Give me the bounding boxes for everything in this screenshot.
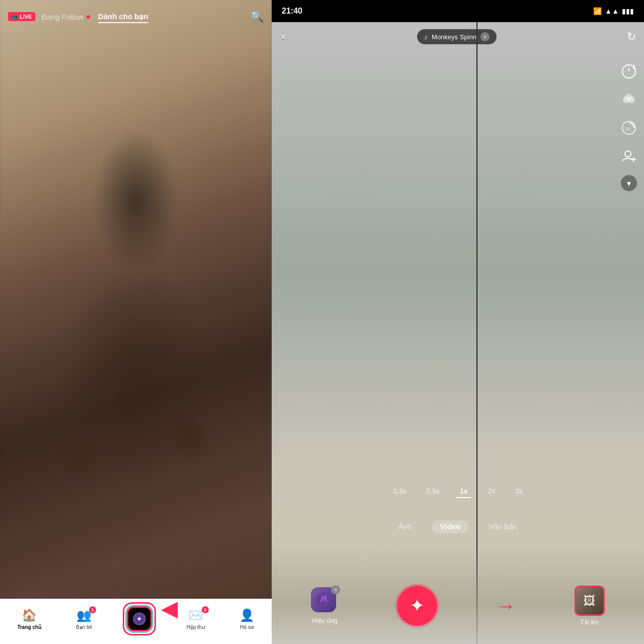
sparkle-icon: ✦ <box>410 595 425 616</box>
filters-control[interactable] <box>620 91 638 109</box>
camera-top-controls: × ♪ Monkeys Spinn × ↻ <box>272 22 644 51</box>
camera-right-controls: 3 <box>620 62 638 191</box>
record-button[interactable]: ✦ <box>127 606 152 631</box>
svg-text:3: 3 <box>632 64 635 70</box>
music-icon: ♪ <box>424 33 428 41</box>
effects-button[interactable]: × Hiệu ứng <box>311 587 338 624</box>
left-tabs: Đang Follow Dành cho bạn <box>41 12 148 21</box>
svg-text:1x: 1x <box>625 126 630 131</box>
bottom-navigation: 🏠 Trang chủ 👥 1 Bạn bè ✦ <box>0 599 272 644</box>
close-button[interactable]: × <box>280 30 287 44</box>
inbox-icon: ✉️ <box>188 608 203 622</box>
camera-actions: × Hiệu ứng ✦ → 🖼 Tải l <box>272 578 644 634</box>
left-content: LIVE Đang Follow Dành cho bạn 🔍 <box>0 0 272 644</box>
tiktok-icon: ✦ <box>132 612 146 626</box>
right-arrow: → <box>496 595 516 617</box>
person-silhouette <box>0 30 272 599</box>
wifi-icon: ▲▲ <box>605 7 619 15</box>
upload-thumbnail: 🖼 <box>576 587 603 614</box>
search-icon[interactable]: 🔍 <box>250 10 264 23</box>
nav-item-friends[interactable]: 👥 1 Bạn bè <box>76 608 92 630</box>
profile-icon: 👤 <box>239 608 255 622</box>
upload-button[interactable]: 🖼 Tải lên <box>575 586 605 626</box>
music-pill[interactable]: ♪ Monkeys Spinn × <box>417 29 497 44</box>
status-time: 21:40 <box>282 7 302 16</box>
camera-bottom: × Hiệu ứng ✦ → 🖼 Tải l <box>272 543 644 644</box>
add-friend-icon <box>620 147 638 165</box>
status-icons: 📶 ▲▲ ▮▮▮ <box>593 7 634 15</box>
nav-item-profile[interactable]: 👤 Hồ sơ <box>239 608 255 630</box>
camera-container: × ♪ Monkeys Spinn × ↻ 3 <box>272 22 644 644</box>
left-panel: LIVE Đang Follow Dành cho bạn 🔍 <box>0 0 272 644</box>
add-friend-control[interactable] <box>620 147 638 165</box>
timer-icon: 3 <box>620 62 638 80</box>
battery-icon: ▮▮▮ <box>622 7 634 15</box>
tab-following[interactable]: Đang Follow <box>41 12 90 21</box>
speed-bar: 0,3x 0,5x 1x 2x 3x <box>272 480 644 503</box>
svg-point-7 <box>625 94 632 101</box>
effects-label: Hiệu ứng <box>312 617 337 624</box>
refresh-button[interactable]: ↻ <box>627 30 636 43</box>
speed-1x[interactable]: 1x <box>456 485 472 498</box>
effects-icon-wrap: × <box>311 587 338 614</box>
record-big-button[interactable]: ✦ <box>397 586 437 626</box>
music-name: Monkeys Spinn <box>432 33 476 41</box>
record-icon: ✦ <box>130 609 149 628</box>
upload-icon-wrap: 🖼 <box>575 586 605 616</box>
speed-0.3x[interactable]: 0,3x <box>389 485 410 498</box>
friends-badge: 1 <box>89 606 96 613</box>
status-bar: 21:40 📶 ▲▲ ▮▮▮ <box>272 0 644 22</box>
inbox-badge: 1 <box>202 606 209 613</box>
mode-bar: Ảnh Video Văn bản <box>272 520 644 533</box>
nav-label-profile: Hồ sơ <box>240 624 254 630</box>
mode-video[interactable]: Video <box>432 520 469 533</box>
nav-item-inbox[interactable]: ✉️ 1 Hộp thư <box>187 608 205 630</box>
music-close-button[interactable]: × <box>480 32 490 41</box>
svg-point-10 <box>625 151 631 157</box>
signal-icon: 📶 <box>593 7 602 15</box>
nav-label-inbox: Hộp thư <box>187 624 205 630</box>
nav-label-friends: Bạn bè <box>76 624 92 630</box>
live-badge: LIVE <box>8 12 35 21</box>
following-red-dot <box>87 15 90 19</box>
upload-label: Tải lên <box>581 619 599 626</box>
filters-icon <box>620 91 638 109</box>
nav-item-home[interactable]: 🏠 Trang chủ <box>17 608 41 630</box>
more-button[interactable]: ▾ <box>621 175 637 191</box>
speed-control[interactable]: 1x <box>620 119 638 137</box>
speed-3x[interactable]: 3x <box>511 485 527 498</box>
speed-0.5x[interactable]: 0,5x <box>422 485 443 498</box>
video-feed <box>0 30 272 599</box>
svg-point-14 <box>321 598 326 602</box>
timer-control[interactable]: 3 <box>620 62 638 80</box>
left-topbar: LIVE Đang Follow Dành cho bạn 🔍 <box>0 0 272 29</box>
arrow-pointing-left: ◀ <box>162 597 177 620</box>
speed-icon: 1x <box>620 119 638 137</box>
effects-close-badge[interactable]: × <box>331 585 340 594</box>
mode-photo[interactable]: Ảnh <box>394 520 416 533</box>
chevron-down-icon: ▾ <box>627 179 631 188</box>
nav-label-home: Trang chủ <box>17 624 41 630</box>
upload-preview-icon: 🖼 <box>584 594 596 608</box>
tab-for-you[interactable]: Dành cho bạn <box>98 12 148 21</box>
right-panel: 21:40 📶 ▲▲ ▮▮▮ × ♪ Monkeys Spinn × ↻ <box>272 0 644 644</box>
nav-center-wrap: ✦ ◀ <box>127 606 152 631</box>
svg-text:✦: ✦ <box>136 615 142 623</box>
mode-text[interactable]: Văn bản <box>485 520 521 533</box>
speed-2x[interactable]: 2x <box>484 485 499 498</box>
home-icon: 🏠 <box>22 608 37 622</box>
